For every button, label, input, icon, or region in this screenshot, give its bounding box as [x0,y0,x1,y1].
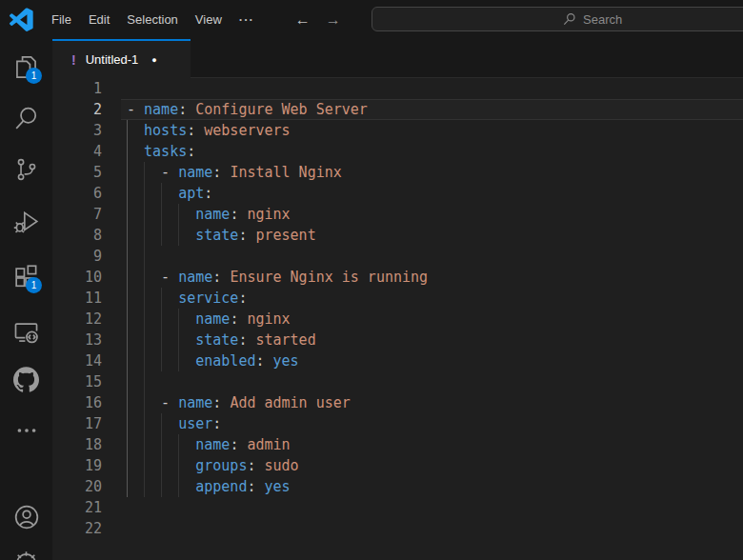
code-line[interactable]: 20 append: yes [52,476,743,497]
forward-button[interactable]: → [326,12,341,28]
line-number[interactable]: 6 [52,183,102,204]
line-number[interactable]: 8 [52,225,102,246]
more-menu-button[interactable]: ··· [231,9,263,30]
menu-item-selection[interactable]: Selection [118,9,186,30]
line-text [102,78,127,99]
line-number[interactable]: 18 [52,434,102,455]
menu-item-view[interactable]: View [187,9,231,30]
line-text: state: present [102,225,316,246]
line-text: - name: Install Nginx [102,162,342,183]
code-line[interactable]: 10 - name: Ensure Nginx is running [52,267,743,288]
line-number[interactable]: 16 [52,392,102,413]
search-icon [563,12,576,26]
line-number[interactable]: 10 [52,267,102,288]
line-text [102,371,127,392]
line-text: name: admin [102,434,291,455]
menu-bar: FileEditSelectionView··· [43,9,263,30]
title-bar: FileEditSelectionView··· ← → Search [0,0,743,39]
line-text [102,246,127,267]
line-number[interactable]: 9 [52,246,102,267]
activity-item-explorer[interactable]: 1 [0,44,52,90]
code-lines: 12- name: Configure Web Server3 hosts: w… [52,78,743,539]
code-line[interactable]: 9 [52,246,743,267]
code-line[interactable]: 6 apt: [52,183,743,204]
line-number[interactable]: 7 [52,204,102,225]
code-line[interactable]: 21 [52,497,743,518]
tab-label: Untitled-1 [86,52,139,67]
search-label: Search [583,12,622,27]
line-text: service: [102,288,247,309]
code-line[interactable]: 1 [52,78,743,99]
activity-item-search[interactable] [0,95,52,141]
line-number[interactable]: 11 [52,288,102,309]
line-text: - name: Ensure Nginx is running [102,267,428,288]
code-line[interactable]: 19 groups: sudo [52,455,743,476]
ellipsis-icon [14,418,39,443]
line-text: name: nginx [102,204,291,225]
gear-icon [13,550,39,560]
activity-item-remote-explorer[interactable] [0,309,52,354]
line-number[interactable]: 15 [52,371,102,392]
line-number[interactable]: 22 [52,518,102,539]
line-number[interactable]: 17 [52,413,102,434]
activity-item-settings[interactable] [0,550,52,560]
activity-item-account[interactable] [0,494,52,540]
source-control-icon [14,157,39,182]
line-number[interactable]: 12 [52,309,102,330]
code-line[interactable]: 5 - name: Install Nginx [52,162,743,183]
line-text: hosts: webservers [102,120,291,141]
editor[interactable]: 12- name: Configure Web Server3 hosts: w… [52,78,743,560]
activity-item-github[interactable] [0,356,52,402]
badge: 1 [26,68,42,84]
account-icon [13,504,40,530]
editor-tab-bar: ! Untitled-1 ● [52,39,743,78]
line-text [102,518,127,539]
line-number[interactable]: 20 [52,476,102,497]
code-line[interactable]: 12 name: nginx [52,309,743,330]
vscode-logo-icon [9,8,33,32]
activity-item-run-debug[interactable] [0,199,52,245]
line-number[interactable]: 14 [52,350,102,371]
line-text [102,497,127,518]
line-number[interactable]: 19 [52,455,102,476]
search-icon [14,106,39,130]
code-line[interactable]: 8 state: present [52,225,743,246]
code-line[interactable]: 11 service: [52,288,743,309]
indent-guide [161,413,162,497]
debug-icon [13,210,39,235]
line-number[interactable]: 4 [52,141,102,162]
code-line[interactable]: 16 - name: Add admin user [52,392,743,413]
command-center-search[interactable]: Search [372,7,743,31]
line-text: name: nginx [102,309,291,330]
code-line[interactable]: 2- name: Configure Web Server [52,99,743,120]
code-line[interactable]: 18 name: admin [52,434,743,455]
code-line[interactable]: 15 [52,371,743,392]
line-number[interactable]: 3 [52,120,102,141]
code-line[interactable]: 17 user: [52,413,743,434]
code-line[interactable]: 7 name: nginx [52,204,743,225]
indent-guide [178,204,179,246]
line-number[interactable]: 2 [52,99,102,120]
line-number[interactable]: 13 [52,330,102,350]
activity-item-extensions[interactable]: 1 [0,253,52,299]
line-text: state: started [102,330,316,350]
code-line[interactable]: 22 [52,518,743,539]
line-number[interactable]: 5 [52,162,102,183]
code-line[interactable]: 14 enabled: yes [52,350,743,371]
code-line[interactable]: 4 tasks: [52,141,743,162]
line-number[interactable]: 1 [52,78,102,99]
line-text: groups: sudo [102,455,299,476]
indent-guide [127,120,128,497]
back-button[interactable]: ← [295,12,311,28]
line-text: tasks: [102,141,195,162]
code-line[interactable]: 3 hosts: webservers [52,120,743,141]
menu-item-file[interactable]: File [43,9,80,30]
activity-item-more-views[interactable] [0,408,52,453]
tab-untitled-1[interactable]: ! Untitled-1 ● [52,39,191,78]
github-icon [13,367,39,392]
code-line[interactable]: 13 state: started [52,330,743,350]
menu-item-edit[interactable]: Edit [80,9,118,30]
modified-dot-icon[interactable]: ● [151,55,156,65]
activity-item-source-control[interactable] [0,147,52,192]
line-number[interactable]: 21 [52,497,102,518]
